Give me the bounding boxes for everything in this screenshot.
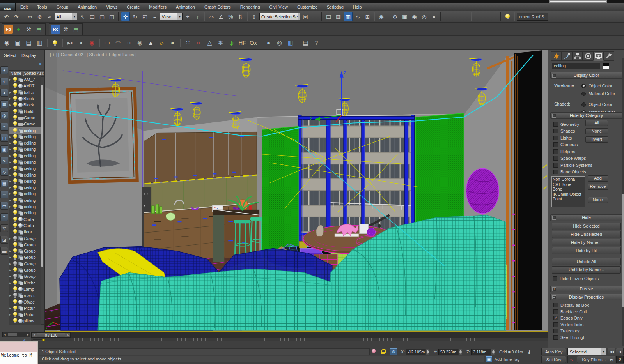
rectangular-selection-region-button[interactable]: ▢ (98, 12, 106, 21)
hide-geometry-checkbox[interactable] (553, 122, 558, 127)
edges-only-checkbox[interactable]: ✓ (553, 316, 558, 320)
select-by-name-button[interactable]: ▤ (88, 12, 97, 21)
unlink-selection-button[interactable]: ⊘ (35, 12, 44, 21)
explorer-horizontal-scrollbar[interactable]: ◂ ▸ (2, 332, 30, 337)
explorer-row[interactable]: ▸Group (9, 261, 44, 267)
time-slider-handle[interactable]: < 0 / 100 > (32, 332, 71, 338)
menu-rendering[interactable]: Rendering (236, 4, 265, 11)
explorer-row[interactable]: ▸Came (9, 115, 44, 121)
clipboard-button[interactable]: ▤ (301, 38, 310, 48)
explorer-row[interactable]: ▸Pictur (9, 305, 44, 311)
teal-sofa-front-selected[interactable] (98, 269, 332, 330)
render-last-button[interactable]: ● (429, 12, 438, 21)
visibility-bulb-icon[interactable] (13, 140, 18, 146)
visibility-bulb-icon[interactable] (13, 242, 18, 247)
expand-arrow-icon[interactable]: ▸ (9, 306, 12, 310)
collapse-strip-icon[interactable]: ▬ (0, 247, 8, 255)
vertex-ticks-checkbox[interactable] (553, 322, 558, 327)
window-crossing-toggle-button[interactable]: ◫ (107, 12, 116, 21)
expand-arrow-icon[interactable]: ▸ (9, 255, 12, 259)
teapot-wire-button[interactable]: ◉ (135, 38, 145, 48)
visibility-bulb-icon[interactable] (13, 293, 18, 298)
filter-advanced-icon[interactable]: ◪ (0, 236, 8, 244)
wireframe-object-color-radio[interactable] (581, 84, 586, 88)
tab-utilities[interactable] (604, 51, 614, 61)
filter-shapes-icon[interactable]: ◐ (0, 78, 8, 85)
next-frame-icon[interactable]: > (65, 333, 70, 337)
previous-key-button[interactable]: ◀ (616, 348, 624, 355)
maxscript-macro-recorder[interactable] (0, 342, 37, 352)
framed-picture[interactable] (67, 88, 137, 182)
expand-arrow-icon[interactable]: ▸ (9, 97, 12, 101)
explorer-row-selected[interactable]: ▸ceiling (9, 127, 44, 133)
tab-hierarchy[interactable] (572, 51, 583, 61)
expand-arrow-icon[interactable]: ▸ (9, 281, 12, 285)
panel-scroll-thumb[interactable] (622, 194, 624, 307)
railclone-list-button[interactable]: ▤ (71, 25, 80, 34)
default-in-out-tangent-icon[interactable]: ∿ (567, 356, 576, 363)
hide-by-category-header[interactable]: −Hide by Category (550, 112, 622, 119)
explorer-row[interactable]: ▸Block (9, 102, 44, 108)
hide-category-list[interactable]: Non-CoronaCAT BoneBoneIK Chain ObjectPoi… (551, 176, 585, 207)
expand-arrow-icon[interactable]: ▸ (9, 160, 12, 164)
explorer-row[interactable]: ▸ceiling (9, 210, 44, 216)
menu-help[interactable]: Help (348, 4, 367, 11)
explorer-settings-icon[interactable]: ☰ (0, 191, 8, 198)
notification-balloon-icon[interactable] (372, 349, 376, 354)
visibility-bulb-icon[interactable] (13, 267, 18, 273)
forest-pack-button[interactable]: Fp (4, 25, 13, 34)
render-window-button[interactable]: ▣ (13, 38, 23, 48)
trajectory-checkbox[interactable] (553, 329, 558, 333)
layer-manager-button[interactable]: ▤ (324, 12, 333, 21)
visibility-bulb-icon[interactable] (13, 153, 18, 159)
visibility-bulb-icon[interactable] (13, 210, 18, 216)
visibility-bulb-icon[interactable] (13, 178, 18, 184)
filter-lights-icon[interactable]: ▲ (0, 89, 8, 97)
shaded-object-color-radio[interactable] (581, 102, 586, 107)
category-list-item[interactable]: Non-Corona (553, 177, 584, 182)
object-name-field[interactable]: ceiling (552, 63, 600, 69)
rendered-frame-window-button[interactable]: ▣ (400, 12, 409, 21)
explorer-sort-icon[interactable]: ≡ (0, 213, 8, 221)
curve-editor-button[interactable]: ∿ (353, 12, 362, 21)
ornatrix-button[interactable]: Ox (248, 38, 258, 48)
display-properties-header[interactable]: −Display Properties (550, 294, 622, 300)
filter-helpers-icon[interactable]: ◎ (0, 111, 8, 119)
expand-arrow-icon[interactable]: ▸ (9, 90, 12, 94)
select-and-scale-button[interactable]: ◰ (140, 12, 149, 21)
hide-shapes-checkbox[interactable] (553, 129, 558, 133)
lattice-button[interactable]: △ (205, 38, 214, 48)
collapse-icon[interactable]: − (552, 216, 556, 220)
category-list-item[interactable]: IK Chain Object (553, 192, 584, 197)
x-spinner[interactable] (425, 349, 429, 355)
category-list-item[interactable]: CAT Bone (553, 182, 584, 187)
explorer-row[interactable]: ▸pillow (9, 318, 44, 324)
material-editor-button[interactable]: ◉ (377, 12, 386, 21)
visibility-bulb-icon[interactable] (13, 185, 18, 190)
viewport-scene[interactable]: Z y Z y (45, 50, 548, 331)
expand-arrow-icon[interactable]: ▸ (9, 103, 12, 107)
tab-display[interactable] (593, 51, 604, 61)
explorer-row[interactable]: ▸ceiling (9, 140, 44, 146)
add-time-tag[interactable]: Add Time Tag (495, 357, 519, 362)
filter-splines-icon[interactable]: ∿ (0, 157, 8, 164)
visibility-bulb-icon[interactable] (13, 96, 18, 101)
expand-arrow-icon[interactable]: ▸ (9, 205, 12, 209)
display-as-box-checkbox[interactable] (553, 303, 558, 307)
hide-cameras-checkbox[interactable] (553, 142, 558, 147)
explorer-row[interactable]: ▸ceiling (9, 165, 44, 171)
unhide-by-name-button[interactable]: Unhide by Name... (552, 266, 621, 274)
explorer-name-column-header[interactable]: Name (Sorted Ascend (9, 70, 44, 76)
all-button[interactable]: All (585, 120, 608, 126)
category-list-item[interactable]: Point (553, 196, 584, 201)
railclone-button[interactable]: Rc (51, 25, 60, 34)
visibility-bulb-icon[interactable] (13, 128, 18, 133)
explorer-row[interactable]: ▸Group (9, 273, 44, 279)
visibility-bulb-icon[interactable] (13, 248, 18, 254)
explorer-row[interactable]: ▸ceiling (9, 191, 44, 197)
sun-light-button[interactable]: ☼ (157, 38, 167, 48)
explorer-row[interactable]: ▸Group (9, 248, 44, 254)
hide-by-name-button[interactable]: Hide by Name... (552, 239, 621, 246)
render-teapot-button[interactable]: ◉ (2, 38, 12, 48)
filter-funnel-icon[interactable]: ▽ (0, 224, 8, 232)
